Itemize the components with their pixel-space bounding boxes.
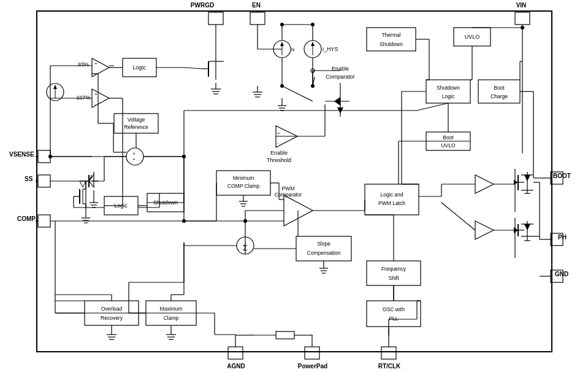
pct107-label: 107% [76,95,90,101]
svg-point-219 [521,26,524,29]
boot-charge-label: Boot [494,85,505,91]
svg-rect-46 [367,28,416,51]
svg-line-225 [80,181,83,187]
svg-text:+: + [132,151,136,157]
svg-text:+: + [94,91,97,97]
svg-rect-49 [478,80,520,103]
svg-text:+: + [132,157,136,162]
voltage-ref-label2: Reference [124,124,148,130]
slope-comp-label2: Compensation [307,250,341,256]
overload-recovery-label: Overload [101,306,123,312]
svg-point-220 [280,23,284,26]
min-comp-clamp-label2: COMP Clamp [227,183,260,189]
en-label: EN [252,2,261,9]
overload-recovery-label2: Recovery [101,315,123,321]
pwm-comp-text: PWM [282,185,295,192]
boot-uvlo-label: Boot [443,134,454,141]
svg-rect-14 [38,175,50,187]
boot-charge-label2: Charge [491,93,508,99]
enable-comp-text2: Comparator [326,74,355,80]
shutdown-logic-label2: Logic [442,93,455,99]
svg-text:-: - [94,101,96,107]
svg-rect-53 [365,184,419,215]
enable-threshold-text: Enable [270,150,288,156]
rtclk-label: RT/CLK [378,363,401,370]
logic1-label: Logic [132,64,146,71]
shutdown-logic-label: Shutdown [437,85,460,91]
pwrgd-label: PWRGD [191,2,214,9]
pwm-comp-text2: Comparator [275,192,302,198]
svg-marker-79 [524,224,530,230]
i1-label: i₁ [291,46,295,52]
svg-marker-81 [475,175,494,193]
boot-uvlo-label2: UVLO [441,142,456,149]
slope-comp-label: Slope [317,241,330,247]
svg-rect-20 [305,347,319,359]
ph-label: PH [558,234,567,241]
min-comp-clamp-label: Minimum [233,175,254,181]
svg-text:-: - [277,140,279,145]
agnd-label: AGND [227,363,245,370]
svg-marker-35 [53,85,57,89]
svg-rect-10 [208,12,223,25]
boot-label: BOOT [553,172,571,179]
svg-point-221 [311,23,315,26]
svg-rect-15 [38,215,50,227]
vin-label: VIN [516,2,527,9]
maximum-clamp-label: Maximum [160,306,183,312]
svg-marker-70 [524,175,530,181]
svg-rect-54 [296,236,351,261]
freq-shift-label2: Shift [388,275,399,281]
gnd-label: GND [555,271,568,277]
svg-rect-48 [426,80,470,103]
svg-line-120 [184,68,202,69]
diagram-container: VSENSE SS COMP PWRGD EN VIN BOOT PH GND … [0,0,588,372]
vsense-label: VSENSE [9,151,34,158]
svg-line-154 [441,203,475,230]
svg-rect-56 [367,301,421,327]
svg-point-222 [243,219,247,223]
osc-pll-label2: PLL [389,316,398,322]
voltage-ref-label: Voltage [128,117,145,123]
enable-threshold-text2: Threshold [267,157,291,163]
maximum-clamp-label2: Clamp [164,315,179,321]
svg-marker-41 [311,42,315,46]
ihys-label: i_HYS [323,46,338,52]
svg-rect-167 [276,331,294,339]
logic-pwm-latch-label: Logic and [381,192,403,198]
svg-rect-55 [367,261,421,285]
svg-line-108 [282,86,313,101]
svg-rect-19 [228,347,243,359]
thermal-shutdown-label2: Shutdown [380,41,403,47]
osc-pll-label: OSC with [383,306,405,312]
thermal-shutdown-label: Thermal [381,32,400,38]
freq-shift-label: Frequency [381,266,407,272]
svg-text:+: + [277,131,280,136]
uvlo-label: UVLO [465,34,480,40]
svg-line-185 [417,103,448,110]
svg-marker-182 [334,97,340,106]
ss-label: SS [25,176,33,182]
logic-pwm-latch-label2: PWM Latch [378,200,405,206]
powerpad-label: PowerPad [298,363,327,370]
svg-point-109 [280,84,284,88]
svg-line-224 [83,181,86,187]
comp-label: COMP [17,215,36,222]
svg-rect-11 [250,12,265,25]
svg-marker-38 [280,42,284,46]
pct93-label: 93% [78,61,89,68]
svg-marker-82 [475,221,494,239]
svg-text:+: + [94,61,97,66]
svg-rect-21 [381,347,396,359]
svg-rect-12 [515,12,530,25]
